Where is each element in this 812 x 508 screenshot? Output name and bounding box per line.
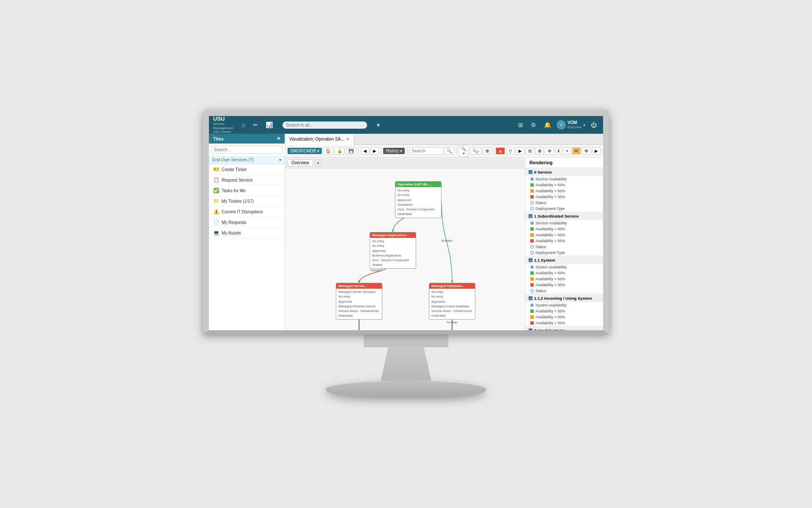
filter-icon[interactable]: ▾ [375,120,382,130]
toolbar-collapse[interactable]: ⊟ [526,147,534,155]
rendering-item-1-3[interactable]: Availability < 50% [525,238,603,244]
rendering-item-0-5[interactable]: Deployment Type [525,206,603,212]
rendering-section-header-0[interactable]: ✓ 0 Service [525,168,603,176]
rendering-item-1-0[interactable]: Service Availability [525,220,603,226]
toolbar-highlight[interactable]: ▲ [496,147,505,155]
rendering-item-3-3[interactable]: Availability < 50% [525,320,603,326]
toolbar-edit-pencil[interactable]: ✏ [572,147,581,155]
rendering-item-2-3[interactable]: Availability < 50% [525,282,603,288]
rendering-section-header-4[interactable]: ✓ 2 Used Systems [525,326,603,330]
section-checkbox-1: ✓ [529,214,532,218]
node-op_sap[interactable]: Operation SAP HR-...No entryNo entryAppr… [395,181,442,218]
user-dropdown-icon[interactable]: ▾ [583,123,585,127]
rendering-item-0-4[interactable]: Status [525,200,603,206]
sidebar-item-0[interactable]: 🎫 Create Ticket [209,164,285,175]
rendering-section-header-2[interactable]: ✓ 1.1 System [525,256,603,264]
tab-close-icon[interactable]: ✕ [346,137,349,141]
tab-visualization[interactable]: Visualization: Operation SA... ✕ [285,134,354,145]
avail-color-2-2 [530,277,534,281]
avail-color-1-3 [530,239,534,243]
toolbar-info[interactable]: ℹ [555,147,562,155]
smdb-dropdown[interactable]: SMDB/CMDB ▾ [288,148,322,154]
sidebar-item-5[interactable]: 📄 My Requests [209,217,285,228]
item-label-0-0: Service Availability [535,177,567,181]
chart-icon[interactable]: 📊 [263,120,275,130]
rendering-item-0-0[interactable]: Service Availability [525,176,603,182]
rendering-item-3-0[interactable]: System availability [525,302,603,308]
toolbar-config[interactable]: ⚙ [582,147,591,155]
sidebar-header: Tiles ✕ [209,134,285,144]
history-dropdown[interactable]: History ▾ [383,148,405,154]
avail-color-2-3 [530,283,534,287]
toolbar-btn-1[interactable]: 🏠 [323,147,333,155]
sidebar-items: 🎫 Create Ticket📋 Request Service✅ Tasks … [209,164,285,238]
toolbar-settings[interactable]: ⚙ [545,147,554,155]
toolbar-btn-lock[interactable]: 🔒 [335,147,345,155]
sidebar-item-label-6: My Assets [222,231,241,235]
toolbar-search-container: 🔍 [409,147,454,155]
toolbar-btn-right[interactable]: ▶ [370,147,379,155]
item-label-2-1: Availability > 50% [535,271,565,275]
toolbar-search-input[interactable] [409,147,443,155]
diagram-main: Overview + IncludesIncludesIncludesProvi… [285,157,525,330]
logout-icon[interactable]: ⏻ [589,120,599,130]
node-header-managed_app: Managed Application... [370,232,416,238]
rendering-item-0-1[interactable]: Availability > 50% [525,182,603,188]
avail-color-0-2 [530,189,534,193]
sidebar-group[interactable]: End User Services (7) ▾ [209,156,285,164]
toolbar-arrow-right[interactable]: ▶ [592,147,601,155]
rendering-section-1: ✓ 1 Subordinated ServiceService Availabi… [525,212,603,256]
toolbar-filter[interactable]: ▽ [506,147,515,155]
rendering-item-0-2[interactable]: Availability > 50% [525,188,603,194]
item-label-3-1: Availability > 50% [535,309,565,313]
rendering-section-header-3[interactable]: ✓ 1.1.2 Incoming / Using System [525,294,603,302]
rendering-item-1-5[interactable]: Deployment Type [525,250,603,256]
user-name: VOM [568,120,582,125]
rendering-item-0-3[interactable]: Availability < 50% [525,194,603,200]
settings-icon[interactable]: ⚙ [529,120,538,130]
rendering-item-1-4[interactable]: Status [525,244,603,250]
item-label-3-0: System availability [535,303,567,307]
diagram-tab-overview[interactable]: Overview [288,159,313,166]
toolbar-zoom-out[interactable]: 🔍- [470,147,481,155]
item-label-1-5: Deployment Type [535,251,565,255]
sidebar-item-2[interactable]: ✅ Tasks for Me [209,185,285,196]
sidebar-item-4[interactable]: ⚠️ Current IT Disruptions [209,207,285,217]
window-icon[interactable]: ⊞ [516,120,525,130]
nav-search-input[interactable] [283,121,367,129]
diagram-canvas[interactable]: IncludesIncludesIncludesProvider Operati… [285,168,525,330]
svg-text:Provider: Provider [447,321,458,324]
toolbar-btn-save[interactable]: 💾 [346,147,356,155]
toolbar-zoom-in[interactable]: 🔍+ [458,145,469,157]
rendering-item-2-2[interactable]: Availability > 50% [525,276,603,282]
sidebar-item-icon-2: ✅ [213,188,219,193]
sidebar-search-input[interactable] [211,146,283,154]
notifications-icon[interactable]: 🔔 [542,120,553,130]
edit-icon[interactable]: ✏ [251,120,260,130]
rendering-item-1-1[interactable]: Availability > 50% [525,226,603,232]
rendering-item-3-1[interactable]: Availability > 50% [525,308,603,314]
node-managed_db[interactable]: Managed Database...No entryNo entryAppro… [429,283,475,320]
rendering-item-2-4[interactable]: Status [525,288,603,294]
toolbar-add[interactable]: + [563,147,571,155]
rendering-section-header-1[interactable]: ✓ 1 Subordinated Service [525,212,603,220]
sidebar-item-3[interactable]: 📁 My Tickets (1/17) [209,196,285,207]
toolbar-search-btn[interactable]: 🔍 [444,147,454,155]
sidebar-item-6[interactable]: 💻 My Assets [209,228,285,238]
sidebar-group-label: End User Services (7) [212,157,254,162]
toolbar-play[interactable]: ▶ [516,147,524,155]
sidebar-close-icon[interactable]: ✕ [277,136,280,141]
rendering-item-1-2[interactable]: Availability > 50% [525,232,603,238]
toolbar-expand[interactable]: ⊞ [535,147,544,155]
rendering-item-3-2[interactable]: Availability > 50% [525,314,603,320]
sidebar-item-1[interactable]: 📋 Request Service [209,175,285,185]
home-icon[interactable]: ⌂ [240,120,247,130]
toolbar-btn-left[interactable]: ◀ [361,147,369,155]
node-managed_app[interactable]: Managed Application...No entryNo entryAp… [370,232,416,269]
rendering-item-2-0[interactable]: System availability [525,264,603,270]
rendering-item-2-1[interactable]: Availability > 50% [525,270,603,276]
add-tab-btn[interactable]: + [315,160,321,166]
nav-search-container [283,121,367,129]
toolbar-grid[interactable]: ⊞ [483,147,491,155]
node-managed_server[interactable]: Managed Server...Managed Server WindowsN… [336,283,382,320]
